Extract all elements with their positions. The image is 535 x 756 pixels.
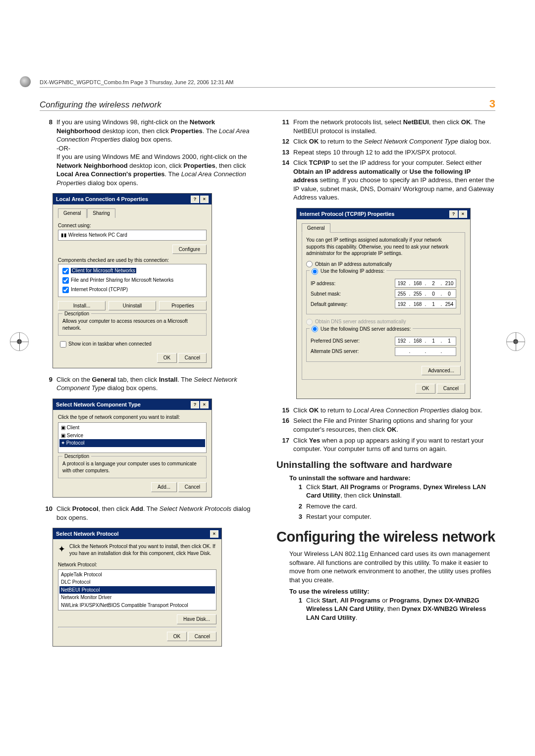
snp-nwlink[interactable]: NWLink IPX/SPX/NetBIOS Compatible Transp…: [59, 602, 215, 609]
install-button[interactable]: Install...: [58, 301, 106, 311]
registration-mark-left: [10, 332, 29, 351]
step-12: 12Click OK to return to the Select Netwo…: [276, 137, 495, 146]
help-icon[interactable]: ?: [449, 210, 458, 218]
snp-list-label: Network Protocol:: [58, 561, 216, 568]
dialog-snp-title: Select Network Protocol: [56, 530, 119, 538]
configure-button[interactable]: Configure: [172, 245, 207, 254]
snct-prompt: Click the type of network component you …: [58, 414, 207, 421]
radio-use-dns[interactable]: Use the following DNS server addresses:: [310, 326, 413, 333]
cancel-button[interactable]: Cancel: [178, 482, 207, 492]
snp-dlc[interactable]: DLC Protocol: [59, 578, 215, 586]
ok-button[interactable]: OK: [416, 384, 435, 394]
help-icon[interactable]: ?: [191, 401, 199, 408]
tcp-intro: You can get IP settings assigned automat…: [306, 237, 461, 257]
pref-dns-field[interactable]: 192.168.1.1: [395, 337, 456, 346]
snct-service[interactable]: ▣ Service: [59, 432, 205, 440]
adapter-field: ▮▮ Wireless Network PC Card: [58, 230, 207, 241]
alt-dns-field[interactable]: ...: [395, 347, 456, 356]
close-icon[interactable]: ×: [210, 530, 218, 538]
gateway-label: Default gateway:: [311, 301, 348, 308]
snp-appletalk[interactable]: AppleTalk Protocol: [59, 571, 215, 579]
registration-mark-right: [506, 332, 525, 351]
advanced-button[interactable]: Advanced...: [422, 366, 461, 376]
description-text: Allows your computer to access resources…: [62, 318, 202, 331]
uninstall-step-1: 1Click Start, All Programs or Programs, …: [289, 483, 495, 500]
radio-obtain-ip[interactable]: Obtain an IP address automatically: [306, 261, 461, 268]
description-legend: Description: [62, 310, 91, 317]
step-11: 11From the network protocols list, selec…: [276, 118, 495, 135]
dialog-tcpip-properties: Internet Protocol (TCP/IP) Properties ?×…: [296, 208, 471, 399]
ip-label: IP address:: [311, 280, 335, 287]
configuring-intro: Your Wireless LAN 802.11g Enhanced card …: [289, 550, 495, 584]
show-icon-checkbox[interactable]: Show icon in taskbar when connected: [58, 340, 207, 349]
subhead-wireless: To use the wireless utility:: [289, 587, 495, 596]
subhead-uninstall: To uninstall the software and hardware:: [289, 474, 495, 483]
uninstall-step-2: 2Remove the card.: [289, 502, 495, 511]
connect-using-label: Connect using:: [58, 222, 207, 229]
dialog-select-component-type: Select Network Component Type ?× Click t…: [53, 399, 212, 498]
step-8: 8 If you are using Windows 98, right-cli…: [40, 118, 259, 187]
tab-general[interactable]: General: [58, 208, 87, 218]
tab-general-tcp[interactable]: General: [302, 223, 330, 233]
subnet-label: Subnet mask:: [311, 291, 341, 298]
snp-netbeui[interactable]: NetBEUI Protocol: [59, 586, 215, 594]
ip-address-field[interactable]: 192.168.2.210: [395, 279, 456, 288]
snct-client[interactable]: ▣ Client: [59, 424, 205, 432]
properties-button[interactable]: Properties: [159, 301, 207, 311]
step-17: 17Click Yes when a pop up appears asking…: [276, 436, 495, 454]
step-13: 13Repeat steps 10 through 12 to add the …: [276, 148, 495, 157]
close-icon[interactable]: ×: [459, 210, 467, 218]
step-15: 15Click OK to return to Local Area Conne…: [276, 406, 495, 415]
tab-sharing[interactable]: Sharing: [87, 208, 115, 218]
alt-dns-label: Alternate DNS server:: [311, 348, 359, 355]
wireless-step-1: 1Click Start, All Programs or Programs, …: [289, 596, 495, 622]
add-button[interactable]: Add...: [151, 482, 177, 492]
file-header: DX-WGPNBC_WGPDTC_Combo.fm Page 3 Thursda…: [40, 79, 495, 88]
step-10: 10 Click Protocol, then click Add. The S…: [40, 504, 259, 522]
page-title: Configuring the wireless network: [40, 100, 161, 110]
gateway-field[interactable]: 192.168.1.254: [395, 300, 456, 308]
step-14: 14Click TCP/IP to set the IP address for…: [276, 158, 495, 202]
radio-use-ip[interactable]: Use the following IP address:: [310, 268, 386, 275]
cancel-button[interactable]: Cancel: [188, 632, 216, 642]
close-icon[interactable]: ×: [200, 401, 209, 408]
ok-button[interactable]: OK: [167, 632, 187, 642]
step-9: 9 Click on the General tab, then click I…: [40, 375, 259, 393]
uninstall-step-3: 3Restart your computer.: [289, 512, 495, 521]
subnet-mask-field[interactable]: 255.255.0.0: [395, 289, 456, 298]
have-disk-button[interactable]: Have Disk...: [177, 614, 216, 624]
snp-prompt: Click the Network Protocol that you want…: [69, 543, 216, 556]
components-label: Components checked are used by this conn…: [58, 257, 207, 264]
step-16: 16Select the File and Printer Sharing op…: [276, 416, 495, 434]
component-tcpip[interactable]: Internet Protocol (TCP/IP): [60, 285, 204, 295]
heading-uninstall: Uninstalling the software and hardware: [276, 458, 495, 471]
heading-configuring: Configuring the wireless network: [276, 527, 495, 547]
snct-desc-legend: Description: [62, 453, 91, 460]
pref-dns-label: Preferred DNS server:: [311, 338, 360, 345]
dialog-select-network-protocol: Select Network Protocol × ✦ Click the Ne…: [53, 528, 222, 647]
cancel-button[interactable]: Cancel: [178, 353, 207, 363]
component-client[interactable]: Client for Microsoft Networks: [60, 266, 204, 276]
dialog-local-area-connection: Local Area Connection 4 Properties ?× Ge…: [53, 193, 212, 368]
snct-desc-text: A protocol is a language your computer u…: [62, 460, 202, 474]
page-number: 3: [489, 98, 495, 110]
ok-button[interactable]: OK: [157, 353, 177, 363]
component-file-printer[interactable]: File and Printer Sharing for Microsoft N…: [60, 276, 204, 285]
help-icon[interactable]: ?: [191, 196, 199, 203]
cancel-button[interactable]: Cancel: [437, 384, 465, 394]
dialog-lac-title: Local Area Connection 4 Properties: [56, 196, 148, 203]
close-icon[interactable]: ×: [200, 196, 209, 203]
dialog-snct-title: Select Network Component Type: [56, 401, 141, 408]
radio-obtain-dns: Obtain DNS server address automatically: [306, 318, 461, 325]
uninstall-button[interactable]: Uninstall: [108, 301, 156, 311]
dialog-tcp-title: Internet Protocol (TCP/IP) Properties: [300, 210, 394, 218]
snct-protocol[interactable]: ✦ Protocol: [59, 439, 205, 447]
snp-monitor[interactable]: Network Monitor Driver: [59, 594, 215, 602]
